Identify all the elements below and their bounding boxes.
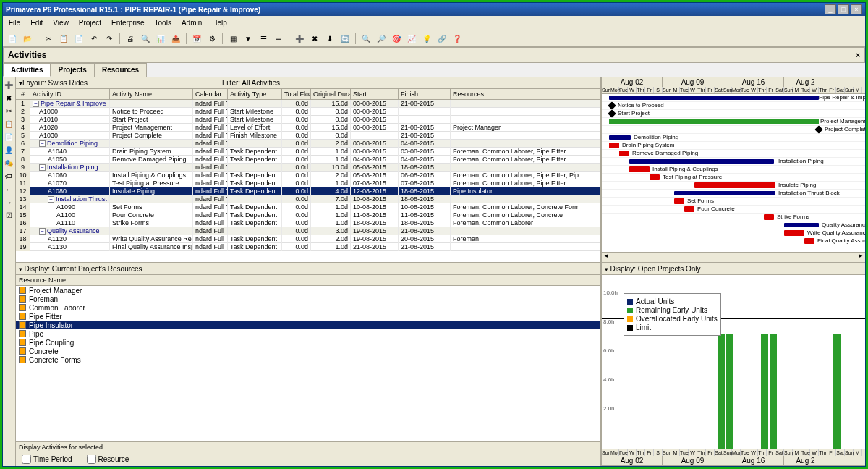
gantt-bar[interactable] [629, 159, 774, 164]
gantt-bar[interactable] [608, 109, 616, 117]
gantt-bar[interactable] [674, 191, 775, 195]
table-row[interactable]: 15A1100Pour Concretendard Full TimeTask … [16, 211, 600, 219]
resource-panel-header[interactable]: ▾ Display: Current Project's Resources [16, 263, 600, 275]
gantt-bar[interactable] [609, 135, 631, 140]
menu-view[interactable]: View [48, 17, 73, 28]
tab-resources[interactable]: Resources [94, 63, 147, 77]
topdown-icon[interactable]: ⬇ [323, 32, 336, 45]
delete-icon[interactable]: ✖ [308, 32, 321, 45]
zoomin-icon[interactable]: 🔍 [359, 32, 373, 45]
col-float[interactable]: Total Float [282, 89, 311, 99]
menu-tools[interactable]: Tools [150, 17, 176, 28]
gantt-bar[interactable] [609, 96, 819, 100]
col-finish[interactable]: Finish [399, 89, 451, 99]
gantt-bar[interactable] [784, 223, 819, 227]
side-steps-icon[interactable]: ☑ [3, 209, 14, 221]
table-row[interactable]: 1−Pipe Repair & Improvendard Full Time0.… [16, 100, 600, 108]
add-icon[interactable]: ➕ [293, 32, 306, 45]
histogram-chart[interactable]: Actual UnitsRemaining Early UnitsOverall… [602, 275, 865, 449]
resource-name-col[interactable]: Resource Name [16, 275, 218, 285]
section-close-icon[interactable]: × [856, 51, 860, 59]
table-row[interactable]: 9−Installation Pipingndard Full Time0.0d… [16, 164, 600, 172]
table-row[interactable]: 18A1120Write Quality Assurance Reportnda… [16, 235, 600, 243]
resource-item[interactable]: Concrete [16, 347, 600, 355]
schedule-icon[interactable]: 📅 [190, 32, 203, 45]
table-row[interactable]: 4A1020Project Managementndard Full TimeL… [16, 124, 600, 132]
publish-icon[interactable]: 📤 [169, 32, 182, 45]
histogram-header[interactable]: ▾ Display: Open Projects Only [602, 263, 865, 275]
table-row[interactable]: 8A1050Remove Damaged Pipingndard Full Ti… [16, 156, 600, 164]
resource-item[interactable]: Foreman [16, 295, 600, 303]
grid-body[interactable]: 1−Pipe Repair & Improvendard Full Time0.… [16, 100, 600, 262]
side-resource-icon[interactable]: 👤 [3, 144, 14, 156]
table-row[interactable]: 7A1040Drain Piping Systemndard Full Time… [16, 148, 600, 156]
side-copy-icon[interactable]: 📋 [3, 118, 14, 130]
zoomout-icon[interactable]: 🔎 [375, 32, 388, 45]
table-row[interactable]: 6−Demolition Pipingndard Full Time0.0d2.… [16, 140, 600, 148]
redo-icon[interactable]: ↷ [103, 32, 116, 45]
goto-icon[interactable]: 🎯 [390, 32, 403, 45]
table-row[interactable]: 3A1010Start Projectndard Full TimeStart … [16, 116, 600, 124]
paste-icon[interactable]: 📄 [72, 32, 85, 45]
new-icon[interactable]: 📄 [6, 32, 19, 45]
table-row[interactable]: 19A1130Final Quality Assurance Inspectio… [16, 243, 600, 251]
resource-checkbox[interactable]: Resource [87, 455, 129, 464]
progress-icon[interactable]: 📈 [405, 32, 418, 45]
side-add-icon[interactable]: ➕ [3, 79, 14, 90]
bars-icon[interactable]: ═ [272, 32, 285, 45]
time-period-checkbox[interactable]: Time Period [22, 455, 72, 464]
help-icon[interactable]: ❓ [451, 32, 464, 45]
gantt-bar[interactable] [619, 151, 629, 156]
table-row[interactable]: 16A1110Strike Formsndard Full TimeTask D… [16, 219, 600, 227]
resource-item[interactable]: Pipe Fitter [16, 312, 600, 321]
gantt-bar[interactable] [609, 119, 819, 124]
gantt-bar[interactable] [608, 101, 616, 109]
col-calendar[interactable]: Calendar [193, 89, 228, 99]
print-icon[interactable]: 🖨 [124, 32, 137, 45]
side-code-icon[interactable]: 🏷 [3, 170, 14, 182]
close-button[interactable]: × [851, 4, 862, 14]
gantt-bar[interactable] [650, 174, 660, 180]
side-paste-icon[interactable]: 📄 [3, 131, 14, 143]
side-succ-icon[interactable]: → [3, 196, 14, 208]
col-num[interactable]: # [16, 89, 30, 99]
col-duration[interactable]: Original Duration [311, 89, 351, 99]
columns-icon[interactable]: ▦ [226, 32, 239, 45]
menu-enterprise[interactable]: Enterprise [107, 17, 149, 28]
undo-icon[interactable]: ↶ [88, 32, 101, 45]
layout-label[interactable]: Layout: Swiss Rides [22, 79, 88, 87]
gantt-bar[interactable] [674, 198, 684, 204]
copy-icon[interactable]: 📋 [57, 32, 70, 45]
table-row[interactable]: 5A1030Project Completendard Full TimeFin… [16, 132, 600, 140]
resource-item[interactable]: Concrete Forms [16, 355, 600, 364]
side-cut-icon[interactable]: ✂ [3, 105, 14, 117]
gantt-bar[interactable] [764, 214, 774, 220]
side-role-icon[interactable]: 🎭 [3, 157, 14, 169]
col-name[interactable]: Activity Name [110, 89, 193, 99]
group-icon[interactable]: ☰ [257, 32, 270, 45]
menu-help[interactable]: Help [208, 17, 231, 28]
gantt-bar[interactable] [694, 182, 775, 188]
table-row[interactable]: 14A1090Set Formsndard Full TimeTask Depe… [16, 203, 600, 211]
tab-projects[interactable]: Projects [50, 63, 94, 77]
menu-admin[interactable]: Admin [177, 17, 206, 28]
level-icon[interactable]: ⚙ [205, 32, 218, 45]
cut-icon[interactable]: ✂ [42, 32, 55, 45]
gantt-body[interactable]: Pipe Repair & ImproveNotice to ProceedSt… [602, 94, 865, 252]
gantt-bar[interactable] [784, 230, 804, 236]
minimize-button[interactable]: _ [825, 4, 836, 14]
gantt-bar[interactable] [684, 206, 694, 212]
relationships-icon[interactable]: 🔗 [435, 32, 448, 45]
resource-list[interactable]: Project ManagerForemanCommon LaborerPipe… [16, 286, 600, 441]
table-row[interactable]: 2A1000Notice to Proceedndard Full TimeSt… [16, 108, 600, 116]
side-pred-icon[interactable]: ← [3, 183, 14, 195]
preview-icon[interactable]: 🔍 [139, 32, 152, 45]
col-start[interactable]: Start [351, 89, 399, 99]
menu-file[interactable]: File [4, 17, 25, 28]
spotlight-icon[interactable]: 💡 [420, 32, 433, 45]
gantt-bar[interactable] [804, 238, 814, 244]
resource-item[interactable]: Pipe Coupling [16, 338, 600, 347]
gantt-bar[interactable] [609, 143, 619, 148]
tab-activities[interactable]: Activities [3, 63, 51, 77]
menu-project[interactable]: Project [75, 17, 106, 28]
